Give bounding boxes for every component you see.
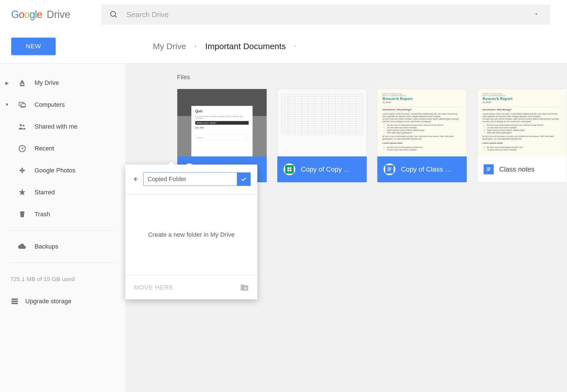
sidebar: ▶ My Drive ▼ Computers Shared with me — [0, 63, 125, 392]
sheet-icon — [284, 163, 295, 175]
upgrade-label: Upgrade storage — [25, 298, 71, 305]
sidebar-item-label: My Drive — [35, 79, 59, 86]
sidebar-item-shared[interactable]: Shared with me — [0, 116, 125, 138]
svg-rect-25 — [487, 169, 491, 169]
doc-icon — [484, 164, 494, 174]
svg-rect-20 — [290, 170, 291, 171]
sidebar-item-backups[interactable]: Backups — [0, 236, 125, 257]
sidebar-item-computers[interactable]: ▼ Computers — [0, 94, 125, 116]
logo[interactable]: Google Drive — [0, 9, 101, 20]
svg-rect-18 — [290, 167, 291, 169]
sidebar-item-label: Starred — [35, 189, 55, 196]
trash-icon — [18, 210, 27, 219]
file-name: Copy of Copy … — [301, 165, 350, 173]
sidebar-item-label: Google Photos — [35, 167, 76, 174]
file-card[interactable]: Teacher: Ms. Wendy WriterEmail: no_reply… — [377, 89, 467, 183]
new-button[interactable]: NEW — [11, 38, 56, 55]
file-name: Copy of Class … — [401, 165, 452, 173]
back-arrow-icon[interactable] — [132, 176, 139, 183]
drive-wordmark: Drive — [47, 9, 70, 20]
breadcrumb-root[interactable]: My Drive — [153, 42, 186, 51]
file-card[interactable]: Teacher: Ms. Wendy WriterEmail: no_reply… — [477, 89, 567, 183]
breadcrumb: My Drive Important Documents — [101, 29, 567, 63]
cloud-icon — [18, 242, 27, 251]
computers-icon — [18, 100, 27, 109]
svg-point-5 — [20, 124, 22, 126]
move-here-button[interactable]: MOVE HERE — [134, 284, 173, 291]
svg-rect-22 — [388, 169, 391, 169]
chevron-down-icon[interactable] — [292, 42, 298, 51]
svg-rect-26 — [487, 170, 489, 171]
storage-icon — [10, 297, 19, 306]
svg-point-6 — [23, 125, 24, 126]
doc-icon — [384, 163, 395, 175]
svg-rect-4 — [21, 104, 25, 106]
search-options-caret[interactable] — [533, 11, 550, 18]
sidebar-item-label: Computers — [35, 101, 65, 108]
sidebar-item-label: Shared with me — [35, 123, 78, 130]
storage-usage-text: 725.1 MB of 15 GB used — [0, 268, 125, 290]
expand-caret-icon[interactable]: ▶ — [4, 80, 10, 86]
section-label: Files — [177, 74, 567, 81]
svg-rect-24 — [487, 168, 491, 168]
file-thumbnail: Teacher: Ms. Wendy WriterEmail: no_reply… — [477, 89, 567, 156]
google-logo: Google — [11, 9, 42, 20]
svg-rect-10 — [12, 303, 18, 304]
star-icon — [18, 188, 27, 197]
sidebar-item-label: Trash — [35, 211, 50, 218]
file-thumbnail: QuizFor your answer for each question sh… — [177, 89, 267, 156]
svg-rect-23 — [388, 170, 390, 171]
svg-rect-8 — [12, 298, 18, 300]
breadcrumb-current[interactable]: Important Documents — [205, 42, 286, 51]
drive-icon — [18, 78, 27, 87]
search-bar — [101, 4, 567, 25]
sidebar-item-label: Backups — [35, 243, 58, 250]
svg-point-0 — [111, 12, 116, 17]
sidebar-item-trash[interactable]: Trash — [0, 203, 125, 225]
sidebar-item-label: Recent — [35, 145, 54, 152]
sidebar-item-recent[interactable]: Recent — [0, 138, 125, 159]
chevron-right-icon — [193, 42, 198, 51]
file-name: Class notes — [499, 165, 534, 173]
collapse-caret-icon[interactable]: ▼ — [4, 102, 10, 107]
search-input[interactable] — [126, 10, 533, 19]
svg-rect-19 — [287, 170, 289, 171]
sidebar-item-starred[interactable]: Starred — [0, 181, 125, 203]
new-folder-name-input[interactable] — [144, 173, 237, 186]
file-card[interactable]: ········································… — [277, 89, 367, 183]
file-thumbnail: Teacher: Ms. Wendy WriterEmail: no_reply… — [377, 89, 467, 156]
recent-icon — [18, 144, 27, 153]
svg-rect-21 — [388, 168, 391, 168]
top-bar: Google Drive — [0, 0, 567, 29]
search-icon[interactable] — [101, 10, 126, 19]
popover-body-text: Create a new folder in My Drive — [125, 194, 257, 275]
upgrade-storage[interactable]: Upgrade storage — [0, 290, 125, 312]
file-thumbnail: ········································… — [277, 89, 367, 156]
sub-header: NEW My Drive Important Documents — [0, 29, 567, 63]
shared-icon — [18, 122, 27, 131]
sidebar-item-photos[interactable]: Google Photos — [0, 159, 125, 181]
confirm-folder-button[interactable] — [237, 173, 250, 186]
move-popover: Create a new folder in My Drive MOVE HER… — [125, 165, 257, 299]
svg-rect-28 — [244, 288, 247, 289]
content-area: Files QuizFor your answer for each quest… — [125, 63, 567, 392]
photos-icon — [18, 166, 27, 175]
new-folder-icon[interactable] — [240, 283, 249, 292]
sidebar-item-my-drive[interactable]: ▶ My Drive — [0, 72, 125, 94]
svg-rect-9 — [12, 301, 18, 302]
svg-line-1 — [115, 16, 117, 17]
svg-rect-17 — [287, 167, 289, 169]
